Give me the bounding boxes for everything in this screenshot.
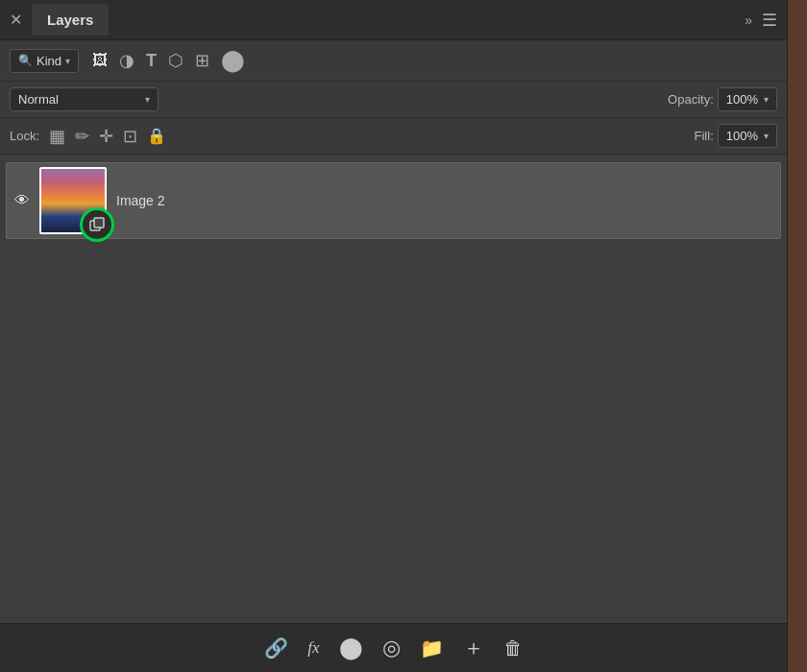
new-layer-icon[interactable]: ＋: [463, 634, 484, 662]
smart-object-icon: [89, 217, 105, 232]
collapse-icon[interactable]: »: [745, 12, 752, 28]
title-bar-left: ✕ Layers: [10, 4, 109, 36]
opacity-chevron-icon: ▾: [764, 94, 769, 105]
fx-icon[interactable]: fx: [307, 638, 319, 658]
opacity-value: 100%: [726, 92, 758, 107]
layers-list: 👁 Image 2: [0, 155, 787, 623]
blend-mode-dropdown[interactable]: Normal ▾: [10, 87, 159, 111]
mask-icon[interactable]: ◎: [382, 636, 401, 660]
smart-filter-icon[interactable]: ⊞: [195, 50, 209, 71]
kind-chevron-icon: ▾: [65, 56, 70, 66]
opacity-label: Opacity:: [668, 92, 714, 107]
shape-filter-icon[interactable]: ⬡: [168, 50, 183, 71]
close-button[interactable]: ✕: [10, 11, 22, 29]
image-filter-icon[interactable]: 🖼: [92, 52, 108, 69]
lock-label: Lock:: [10, 129, 39, 143]
fill-chevron-icon: ▾: [764, 131, 769, 141]
pixel-filter-icon[interactable]: ⬤: [221, 48, 245, 73]
fill-dropdown[interactable]: 100% ▾: [718, 124, 777, 148]
title-bar: ✕ Layers » ☰: [0, 0, 787, 40]
kind-dropdown[interactable]: 🔍 Kind ▾: [10, 49, 79, 73]
lock-all-icon[interactable]: 🔒: [147, 127, 166, 145]
layer-thumbnail-wrapper: [39, 167, 107, 234]
opacity-dropdown[interactable]: 100% ▾: [718, 87, 777, 111]
smart-object-badge: [80, 207, 114, 242]
fill-label: Fill:: [695, 129, 714, 143]
blend-chevron-icon: ▾: [145, 94, 150, 105]
table-row[interactable]: 👁 Image 2: [6, 162, 781, 239]
delete-icon[interactable]: 🗑: [503, 637, 523, 660]
search-icon: 🔍: [18, 54, 33, 67]
svg-rect-1: [94, 218, 104, 228]
layer-visibility-icon[interactable]: 👁: [14, 192, 30, 209]
bottom-toolbar: 🔗 fx ⬤ ◎ 📁 ＋ 🗑: [0, 623, 787, 672]
lock-transparency-icon[interactable]: ▦: [49, 126, 65, 147]
link-icon[interactable]: 🔗: [264, 636, 288, 660]
kind-label: Kind: [37, 54, 61, 68]
blend-opacity-bar: Normal ▾ Opacity: 100% ▾: [0, 82, 787, 118]
lock-bar: Lock: ▦ ✏ ✛ ⊡ 🔒 Fill: 100% ▾: [0, 118, 787, 155]
adjustment-layer-icon[interactable]: ⬤: [339, 636, 363, 660]
lock-position-icon[interactable]: ✛: [99, 126, 113, 147]
filter-bar: 🔍 Kind ▾ 🖼 ◑ T ⬡ ⊞ ⬤: [0, 40, 787, 82]
lock-image-icon[interactable]: ✏: [75, 126, 89, 147]
fill-value: 100%: [726, 129, 758, 143]
group-icon[interactable]: 📁: [420, 636, 444, 660]
layers-tab[interactable]: Layers: [32, 4, 109, 36]
lock-icons-group: ▦ ✏ ✛ ⊡ 🔒: [49, 126, 166, 147]
filter-icons-group: 🖼 ◑ T ⬡ ⊞ ⬤: [92, 48, 245, 73]
layer-name: Image 2: [116, 193, 165, 208]
opacity-section: Opacity: 100% ▾: [668, 87, 777, 111]
layers-panel: ✕ Layers » ☰ 🔍 Kind ▾ 🖼 ◑ T ⬡ ⊞ ⬤ Normal…: [0, 0, 788, 672]
adjust-filter-icon[interactable]: ◑: [119, 50, 134, 71]
panel-menu-button[interactable]: ☰: [762, 10, 777, 31]
fill-section: Fill: 100% ▾: [695, 124, 777, 148]
blend-mode-value: Normal: [18, 92, 59, 107]
text-filter-icon[interactable]: T: [146, 51, 157, 71]
lock-artboard-icon[interactable]: ⊡: [123, 126, 137, 147]
